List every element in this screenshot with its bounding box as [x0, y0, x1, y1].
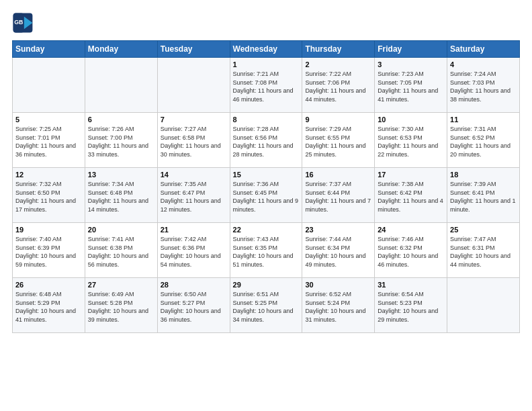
- col-header-monday: Monday: [85, 41, 157, 58]
- cell-1-3: [157, 58, 230, 113]
- cell-1-5: 2Sunrise: 7:22 AM Sunset: 7:06 PM Daylig…: [302, 58, 375, 113]
- col-header-tuesday: Tuesday: [157, 41, 230, 58]
- day-number: 2: [305, 60, 371, 68]
- day-info: Sunrise: 7:26 AM Sunset: 7:00 PM Dayligh…: [88, 125, 154, 158]
- col-header-friday: Friday: [375, 41, 447, 58]
- cell-4-1: 19Sunrise: 7:40 AM Sunset: 6:39 PM Dayli…: [13, 223, 85, 278]
- week-row-1: 1Sunrise: 7:21 AM Sunset: 7:08 PM Daylig…: [13, 58, 520, 113]
- cell-4-6: 24Sunrise: 7:46 AM Sunset: 6:32 PM Dayli…: [375, 223, 447, 278]
- cell-1-1: [13, 58, 85, 113]
- cell-4-2: 20Sunrise: 7:41 AM Sunset: 6:38 PM Dayli…: [85, 223, 157, 278]
- day-number: 18: [450, 171, 517, 179]
- cell-4-5: 23Sunrise: 7:44 AM Sunset: 6:34 PM Dayli…: [302, 223, 375, 278]
- cell-1-7: 4Sunrise: 7:24 AM Sunset: 7:03 PM Daylig…: [447, 58, 520, 113]
- day-number: 5: [15, 116, 82, 124]
- day-info: Sunrise: 7:21 AM Sunset: 7:08 PM Dayligh…: [233, 70, 300, 103]
- day-info: Sunrise: 7:36 AM Sunset: 6:45 PM Dayligh…: [233, 180, 300, 214]
- day-info: Sunrise: 7:37 AM Sunset: 6:44 PM Dayligh…: [305, 180, 371, 214]
- day-number: 15: [233, 171, 300, 179]
- week-row-4: 19Sunrise: 7:40 AM Sunset: 6:39 PM Dayli…: [13, 223, 520, 278]
- cell-5-5: 30Sunrise: 6:52 AM Sunset: 5:24 PM Dayli…: [302, 278, 375, 333]
- day-number: 1: [233, 60, 300, 68]
- page: GB SundayMondayTuesdayWednesdayThursdayF…: [0, 0, 532, 411]
- cell-5-2: 27Sunrise: 6:49 AM Sunset: 5:28 PM Dayli…: [85, 278, 157, 333]
- day-info: Sunrise: 7:41 AM Sunset: 6:38 PM Dayligh…: [88, 235, 154, 269]
- cell-2-6: 10Sunrise: 7:30 AM Sunset: 6:53 PM Dayli…: [375, 113, 447, 168]
- day-info: Sunrise: 7:28 AM Sunset: 6:56 PM Dayligh…: [233, 125, 300, 158]
- cell-3-6: 17Sunrise: 7:38 AM Sunset: 6:42 PM Dayli…: [375, 168, 447, 223]
- day-number: 9: [305, 116, 371, 124]
- day-info: Sunrise: 7:32 AM Sunset: 6:50 PM Dayligh…: [15, 180, 82, 214]
- day-number: 21: [161, 226, 227, 234]
- col-header-wednesday: Wednesday: [230, 41, 302, 58]
- cell-3-1: 12Sunrise: 7:32 AM Sunset: 6:50 PM Dayli…: [13, 168, 85, 223]
- day-number: 4: [450, 60, 517, 68]
- day-info: Sunrise: 7:22 AM Sunset: 7:06 PM Dayligh…: [305, 70, 371, 103]
- cell-4-7: 25Sunrise: 7:47 AM Sunset: 6:31 PM Dayli…: [447, 223, 520, 278]
- day-number: 26: [15, 281, 82, 289]
- week-row-2: 5Sunrise: 7:25 AM Sunset: 7:01 PM Daylig…: [13, 113, 520, 168]
- cell-5-6: 31Sunrise: 6:54 AM Sunset: 5:23 PM Dayli…: [375, 278, 447, 333]
- week-row-5: 26Sunrise: 6:48 AM Sunset: 5:29 PM Dayli…: [13, 278, 520, 333]
- cell-3-5: 16Sunrise: 7:37 AM Sunset: 6:44 PM Dayli…: [302, 168, 375, 223]
- day-info: Sunrise: 6:54 AM Sunset: 5:23 PM Dayligh…: [378, 290, 444, 324]
- day-number: 24: [378, 226, 444, 234]
- col-header-saturday: Saturday: [447, 41, 520, 58]
- cell-3-2: 13Sunrise: 7:34 AM Sunset: 6:48 PM Dayli…: [85, 168, 157, 223]
- day-number: 31: [378, 281, 444, 289]
- day-number: 6: [88, 116, 154, 124]
- cell-3-4: 15Sunrise: 7:36 AM Sunset: 6:45 PM Dayli…: [230, 168, 302, 223]
- cell-2-4: 8Sunrise: 7:28 AM Sunset: 6:56 PM Daylig…: [230, 113, 302, 168]
- col-header-thursday: Thursday: [302, 41, 375, 58]
- svg-text:GB: GB: [14, 19, 23, 26]
- day-info: Sunrise: 7:43 AM Sunset: 6:35 PM Dayligh…: [233, 235, 300, 269]
- col-header-sunday: Sunday: [13, 41, 85, 58]
- cell-2-1: 5Sunrise: 7:25 AM Sunset: 7:01 PM Daylig…: [13, 113, 85, 168]
- cell-1-4: 1Sunrise: 7:21 AM Sunset: 7:08 PM Daylig…: [230, 58, 302, 113]
- day-info: Sunrise: 7:46 AM Sunset: 6:32 PM Dayligh…: [378, 235, 444, 269]
- day-info: Sunrise: 7:27 AM Sunset: 6:58 PM Dayligh…: [161, 125, 227, 158]
- day-number: 11: [450, 116, 517, 124]
- cell-4-3: 21Sunrise: 7:42 AM Sunset: 6:36 PM Dayli…: [157, 223, 230, 278]
- day-info: Sunrise: 6:52 AM Sunset: 5:24 PM Dayligh…: [305, 290, 371, 324]
- cell-3-7: 18Sunrise: 7:39 AM Sunset: 6:41 PM Dayli…: [447, 168, 520, 223]
- day-info: Sunrise: 7:40 AM Sunset: 6:39 PM Dayligh…: [15, 235, 82, 269]
- day-number: 25: [450, 226, 517, 234]
- cell-4-4: 22Sunrise: 7:43 AM Sunset: 6:35 PM Dayli…: [230, 223, 302, 278]
- day-info: Sunrise: 7:39 AM Sunset: 6:41 PM Dayligh…: [450, 180, 517, 214]
- cell-5-3: 28Sunrise: 6:50 AM Sunset: 5:27 PM Dayli…: [157, 278, 230, 333]
- day-number: 17: [378, 171, 444, 179]
- cell-2-3: 7Sunrise: 7:27 AM Sunset: 6:58 PM Daylig…: [157, 113, 230, 168]
- day-info: Sunrise: 6:48 AM Sunset: 5:29 PM Dayligh…: [15, 290, 82, 324]
- cell-1-2: [85, 58, 157, 113]
- cell-2-2: 6Sunrise: 7:26 AM Sunset: 7:00 PM Daylig…: [85, 113, 157, 168]
- cell-5-1: 26Sunrise: 6:48 AM Sunset: 5:29 PM Dayli…: [13, 278, 85, 333]
- day-number: 30: [305, 281, 371, 289]
- day-info: Sunrise: 6:50 AM Sunset: 5:27 PM Dayligh…: [161, 290, 227, 324]
- day-number: 19: [15, 226, 82, 234]
- cell-2-5: 9Sunrise: 7:29 AM Sunset: 6:55 PM Daylig…: [302, 113, 375, 168]
- logo: GB: [12, 12, 36, 34]
- week-row-3: 12Sunrise: 7:32 AM Sunset: 6:50 PM Dayli…: [13, 168, 520, 223]
- calendar-table: SundayMondayTuesdayWednesdayThursdayFrid…: [12, 40, 520, 333]
- day-info: Sunrise: 7:47 AM Sunset: 6:31 PM Dayligh…: [450, 235, 517, 269]
- cell-1-6: 3Sunrise: 7:23 AM Sunset: 7:05 PM Daylig…: [375, 58, 447, 113]
- day-info: Sunrise: 7:35 AM Sunset: 6:47 PM Dayligh…: [161, 180, 227, 214]
- day-number: 10: [378, 116, 444, 124]
- day-number: 7: [161, 116, 227, 124]
- cell-2-7: 11Sunrise: 7:31 AM Sunset: 6:52 PM Dayli…: [447, 113, 520, 168]
- day-number: 8: [233, 116, 300, 124]
- day-number: 13: [88, 171, 154, 179]
- day-number: 29: [233, 281, 300, 289]
- day-info: Sunrise: 7:31 AM Sunset: 6:52 PM Dayligh…: [450, 125, 517, 158]
- day-info: Sunrise: 7:30 AM Sunset: 6:53 PM Dayligh…: [378, 125, 444, 158]
- day-info: Sunrise: 6:49 AM Sunset: 5:28 PM Dayligh…: [88, 290, 154, 324]
- header: GB: [12, 12, 520, 34]
- day-info: Sunrise: 7:24 AM Sunset: 7:03 PM Dayligh…: [450, 70, 517, 103]
- day-info: Sunrise: 7:25 AM Sunset: 7:01 PM Dayligh…: [15, 125, 82, 158]
- day-number: 27: [88, 281, 154, 289]
- logo-icon: GB: [12, 12, 34, 34]
- cell-5-7: [447, 278, 520, 333]
- day-info: Sunrise: 7:42 AM Sunset: 6:36 PM Dayligh…: [161, 235, 227, 269]
- cell-5-4: 29Sunrise: 6:51 AM Sunset: 5:25 PM Dayli…: [230, 278, 302, 333]
